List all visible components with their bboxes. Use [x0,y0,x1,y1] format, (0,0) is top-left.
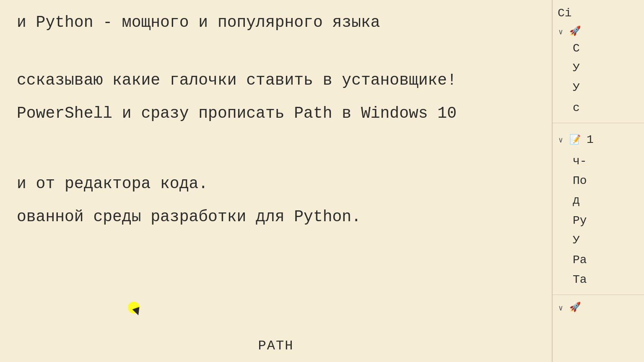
chevron-icon-1: ∨ [558,27,567,36]
sidebar-section3-header[interactable]: ∨ 🚀 [557,300,640,315]
sidebar-s2-line6: Pa [569,250,640,270]
rocket-icon-3: 🚀 [569,302,581,313]
sidebar-section1-header[interactable]: ∨ 🚀 [557,24,640,39]
sidebar-s2-line7: Та [569,270,640,290]
main-content: и Python - мощного и популярного языка с… [0,0,552,362]
spacer-1 [17,41,535,66]
sidebar-section-2: ∨ 📝 1 ч- По д Ру У Pa Та [553,125,644,293]
spacer-3 [17,157,535,170]
sidebar-s2-header-label: 1 [583,130,597,150]
sidebar-s2-line1: ч- [569,151,640,171]
sidebar-section-3: ∨ 🚀 [553,297,644,318]
text-line-7: и от редактора кода. [17,170,535,198]
sidebar-section1-content: С У У с [557,39,640,118]
text-line-1: и Python - мощного и популярного языка [17,8,535,37]
sidebar-divider-2 [553,295,644,295]
sidebar-section-1: ∨ 🚀 С У У с [553,21,644,121]
sidebar-s1-line4: с [569,98,640,118]
sidebar-s2-line5: У [569,230,640,250]
right-sidebar: Ci ∨ 🚀 С У У с ∨ 📝 1 ч- По д Ру У Pa Та [552,0,644,362]
sidebar-s1-line2: У [569,58,640,78]
sidebar-section2-content: ч- По д Ру У Pa Та [557,151,640,290]
text-line-3: ссказываю какие галочки ставить в устано… [17,66,535,95]
spacer-2 [17,132,535,157]
sidebar-top-label: Ci [553,4,644,21]
bottom-text: PATH [258,338,294,354]
rocket-icon-1: 🚀 [569,26,581,37]
text-line-4: PowerShell и сразу прописать Path в Wind… [17,99,535,128]
sidebar-s2-line2: По [569,171,640,191]
sidebar-section2-header[interactable]: ∨ 📝 1 [557,128,640,151]
note-icon-2: 📝 [569,134,581,145]
sidebar-s2-line4: Ру [569,211,640,230]
sidebar-divider-1 [553,123,644,123]
chevron-icon-2: ∨ [558,135,567,145]
sidebar-s1-line1: С [569,39,640,58]
text-block: и Python - мощного и популярного языка с… [0,0,552,244]
chevron-icon-3: ∨ [558,303,567,313]
text-line-8: ованной среды разработки для Python. [17,203,535,231]
sidebar-s2-line3: д [569,191,640,210]
sidebar-s1-line3: У [569,78,640,98]
